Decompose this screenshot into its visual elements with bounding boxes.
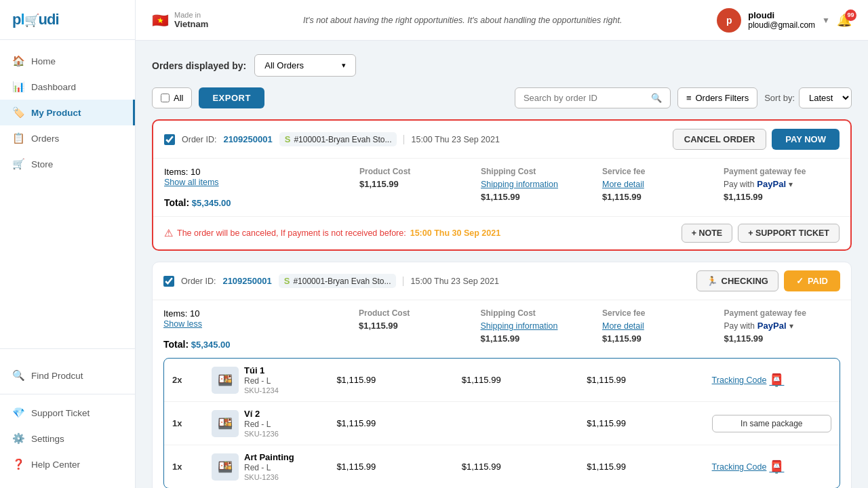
order-id-label: Order ID:	[182, 135, 216, 144]
item-1-info-wrapper: 🍱 Túi 1 Red - L SKU-1234	[212, 365, 331, 394]
item-3-service-fee: $1,115.99	[587, 462, 706, 472]
service-fee-header-2: Service fee	[602, 308, 719, 318]
orders-filter-button[interactable]: ≡ Orders Filters	[677, 87, 757, 108]
item-1-service-fee: $1,115.99	[587, 375, 706, 385]
note-button-1[interactable]: + NOTE	[682, 224, 733, 243]
select-all-checkbox[interactable]: All	[152, 87, 192, 108]
sidebar-item-support-ticket[interactable]: 💎 Support Ticket	[0, 400, 135, 426]
more-detail-link-2[interactable]: More detail	[602, 321, 644, 331]
notification-badge: 99	[845, 9, 856, 21]
service-fee-value: $1,115.99	[602, 192, 718, 202]
order-1-date: 15:00 Thu 23 Sep 2021	[411, 135, 499, 144]
user-email: ploudi@gmail.com	[748, 20, 815, 30]
more-detail-link[interactable]: More detail	[602, 180, 644, 189]
sidebar-divider-2	[0, 394, 135, 394]
all-label: All	[174, 93, 183, 103]
sidebar-item-help[interactable]: ❓ Help Center	[0, 451, 135, 477]
paypal-label-2: PayPal	[757, 321, 787, 331]
paid-button[interactable]: ✓ PAID	[784, 270, 840, 291]
paypal-label: PayPal	[757, 179, 786, 189]
pay-with-2: Pay with PayPal ▾	[724, 321, 841, 331]
chevron-down-icon: ▾	[342, 61, 346, 70]
shipping-info-link[interactable]: Shipping information	[481, 180, 558, 189]
total-label: Total:	[164, 197, 189, 208]
order-2-id: 2109250001	[222, 276, 271, 286]
search-box: 🔍	[515, 87, 671, 108]
user-area: p ploudi ploudi@gmail.com ▼ 🔔 99	[717, 8, 852, 33]
sidebar-divider-1	[0, 348, 135, 349]
alert-date: 15:00 Thu 30 Sep 2021	[410, 228, 500, 238]
show-all-items-link[interactable]: Show all items	[164, 178, 219, 187]
shipping-info-link-2[interactable]: Shipping information	[481, 321, 558, 331]
item-3-sku: SKU-1236	[244, 473, 294, 481]
alert-text: The order will be canceled, If payment i…	[177, 228, 406, 238]
user-dropdown-icon[interactable]: ▼	[822, 16, 830, 25]
item-2-details: Ví 2 Red - L SKU-1236	[244, 409, 279, 438]
all-checkbox-input[interactable]	[161, 94, 170, 102]
items-info-col: Items: 10 Show all items Total: $5,345.0…	[164, 167, 354, 208]
sidebar-item-find-product[interactable]: 🔍 Find Prodcut	[0, 363, 135, 388]
item-1-name: Túi 1	[244, 365, 279, 375]
sidebar-item-store[interactable]: 🛒 Store	[0, 151, 135, 177]
country-label: Made in	[174, 11, 208, 19]
app-logo: pl🛒udi	[12, 11, 59, 28]
export-button[interactable]: EXPORT	[199, 87, 264, 108]
country-name: Vietnam	[174, 19, 208, 29]
total-amount: $5,345.00	[192, 198, 231, 208]
items-count: 10	[191, 167, 200, 177]
alert-icon: ⚠	[164, 227, 173, 239]
checking-button[interactable]: 🏃 CHECKING	[696, 270, 778, 291]
search-input[interactable]	[524, 93, 646, 103]
pay-now-button[interactable]: PAY NOW	[772, 129, 840, 150]
filter-bar: Orders displayed by: All Orders ▾	[152, 54, 852, 77]
settings-icon: ⚙️	[12, 432, 24, 445]
paid-checkmark-icon: ✓	[796, 276, 804, 286]
logo-area: pl🛒udi	[0, 0, 135, 40]
cancel-order-button[interactable]: CANCEL ORDER	[673, 129, 767, 150]
support-ticket-button-1[interactable]: + SUPPORT TICKET	[738, 224, 840, 243]
sidebar-item-orders[interactable]: 📋 Orders	[0, 125, 135, 151]
item-1-product-cost: $1,115.99	[336, 375, 456, 385]
paypal-dropdown-icon[interactable]: ▾	[789, 180, 793, 189]
payment-fee-header: Payment gateway fee	[724, 167, 840, 176]
item-2-sku: SKU-1236	[244, 430, 279, 438]
sidebar-item-settings[interactable]: ⚙️ Settings	[0, 426, 135, 451]
sidebar-nav: 🏠 Home 📊 Dashboard 🏷️ My Product 📋 Order…	[0, 40, 135, 343]
usps-icon-3: 📮	[769, 460, 784, 474]
item-row-1: 2x 🍱 Túi 1 Red - L SKU-1234 $1,115.99 $1…	[164, 359, 840, 402]
order-1-checkbox[interactable]	[164, 134, 175, 145]
paypal-dropdown-icon-2[interactable]: ▾	[789, 321, 793, 331]
search-icon: 🔍	[651, 93, 662, 103]
shipping-cost-value-2: $1,115.99	[481, 333, 597, 344]
tracking-code-link-1[interactable]: Tracking Code 📮	[712, 373, 831, 388]
orders-icon: 📋	[12, 132, 24, 144]
sort-dropdown[interactable]: Latest	[799, 87, 852, 108]
service-fee-header: Service fee	[602, 167, 718, 176]
shipping-cost-header-2: Shipping Cost	[481, 308, 597, 318]
same-package-button[interactable]: In same package	[712, 415, 831, 432]
payment-fee-header-2: Payment gateway fee	[724, 308, 841, 318]
orders-display-dropdown[interactable]: All Orders ▾	[254, 54, 356, 77]
sidebar-item-my-product[interactable]: 🏷️ My Product	[0, 100, 135, 125]
pay-with-label-2: Pay with	[724, 321, 755, 331]
notification-bell[interactable]: 🔔 99	[837, 13, 852, 28]
order-2-actions: 🏃 CHECKING ✓ PAID	[696, 270, 840, 291]
order-1-id: 2109250001	[223, 134, 272, 144]
item-2-name: Ví 2	[244, 409, 279, 419]
checking-label: CHECKING	[722, 276, 768, 286]
order-header-1: Order ID: 2109250001 S #100001-Bryan Eva…	[153, 121, 850, 159]
items-count-2: 10	[190, 308, 199, 319]
sidebar-item-home[interactable]: 🏠 Home	[0, 48, 135, 74]
sidebar-item-label: Support Ticket	[31, 408, 90, 418]
sidebar-item-label: My Product	[31, 108, 81, 118]
pay-with: Pay with PayPal ▾	[724, 179, 840, 189]
sidebar-item-dashboard[interactable]: 📊 Dashboard	[0, 74, 135, 100]
dashboard-icon: 📊	[12, 81, 24, 93]
tracking-code-link-3[interactable]: Tracking Code 📮	[712, 460, 831, 474]
sort-bar: Sort by: Latest	[764, 87, 852, 108]
topbar: 🇻🇳 Made in Vietnam It's not about having…	[136, 0, 868, 41]
show-less-link[interactable]: Show less	[163, 319, 202, 329]
sidebar-item-label: Help Center	[31, 460, 80, 470]
order-2-checkbox[interactable]	[163, 276, 174, 287]
sort-label: Sort by:	[764, 93, 795, 103]
